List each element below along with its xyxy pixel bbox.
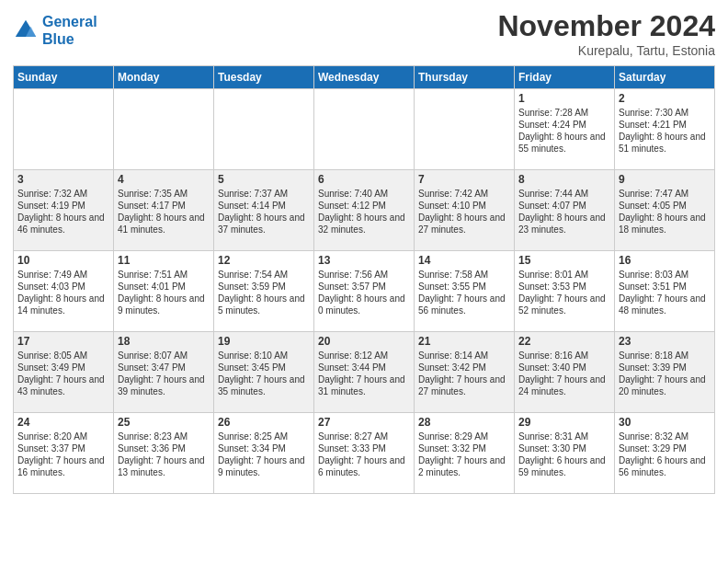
day-info: Sunrise: 8:23 AM <box>118 431 210 442</box>
table-row: 26Sunrise: 8:25 AMSunset: 3:34 PMDayligh… <box>214 413 314 494</box>
day-info: Daylight: 8 hours and 55 minutes. <box>518 131 610 155</box>
table-row: 19Sunrise: 8:10 AMSunset: 3:45 PMDayligh… <box>214 332 314 413</box>
day-info: Daylight: 8 hours and 27 minutes. <box>418 212 510 236</box>
table-row <box>214 89 314 170</box>
day-info: Sunrise: 7:30 AM <box>619 107 711 119</box>
day-number: 5 <box>218 173 310 186</box>
table-row: 22Sunrise: 8:16 AMSunset: 3:40 PMDayligh… <box>515 332 615 413</box>
day-info: Daylight: 8 hours and 51 minutes. <box>619 131 711 155</box>
day-number: 25 <box>118 416 210 429</box>
day-info: Daylight: 7 hours and 39 minutes. <box>118 373 210 397</box>
day-info: Daylight: 8 hours and 9 minutes. <box>118 293 210 316</box>
col-saturday: Saturday <box>615 66 715 89</box>
day-info: Sunrise: 8:31 AM <box>518 431 610 442</box>
day-info: Sunrise: 8:14 AM <box>418 350 510 362</box>
day-info: Sunset: 3:44 PM <box>318 362 410 373</box>
day-info: Sunrise: 7:32 AM <box>17 188 109 200</box>
day-info: Sunset: 4:03 PM <box>17 281 109 293</box>
table-row: 13Sunrise: 7:56 AMSunset: 3:57 PMDayligh… <box>314 251 415 332</box>
day-info: Sunset: 4:01 PM <box>118 281 210 293</box>
day-number: 3 <box>17 173 109 186</box>
day-info: Daylight: 8 hours and 23 minutes. <box>518 212 610 236</box>
day-info: Sunset: 3:49 PM <box>17 362 109 373</box>
calendar-week-row: 1Sunrise: 7:28 AMSunset: 4:24 PMDaylight… <box>14 89 715 170</box>
day-number: 29 <box>518 416 610 429</box>
day-number: 6 <box>318 173 410 186</box>
day-info: Sunrise: 7:51 AM <box>118 269 210 281</box>
day-number: 8 <box>518 173 610 186</box>
month-title: November 2024 <box>497 9 715 43</box>
col-monday: Monday <box>114 66 214 89</box>
day-number: 22 <box>518 335 610 348</box>
day-info: Sunset: 3:51 PM <box>619 281 711 293</box>
day-info: Daylight: 7 hours and 48 minutes. <box>619 293 711 316</box>
day-number: 27 <box>318 416 410 429</box>
header: General Blue November 2024 Kurepalu, Tar… <box>13 9 715 58</box>
day-info: Sunset: 4:21 PM <box>619 119 711 131</box>
day-info: Daylight: 7 hours and 20 minutes. <box>619 373 711 397</box>
day-info: Daylight: 7 hours and 43 minutes. <box>17 373 109 397</box>
table-row <box>114 89 214 170</box>
day-info: Sunrise: 7:54 AM <box>218 269 310 281</box>
calendar-header-row: Sunday Monday Tuesday Wednesday Thursday… <box>14 66 715 89</box>
col-thursday: Thursday <box>415 66 515 89</box>
day-info: Daylight: 7 hours and 35 minutes. <box>218 373 310 397</box>
day-info: Daylight: 7 hours and 52 minutes. <box>518 293 610 316</box>
day-info: Daylight: 7 hours and 27 minutes. <box>418 373 510 397</box>
day-info: Sunset: 3:59 PM <box>218 281 310 293</box>
day-info: Sunset: 3:40 PM <box>518 362 610 373</box>
table-row: 6Sunrise: 7:40 AMSunset: 4:12 PMDaylight… <box>314 170 415 251</box>
day-info: Daylight: 7 hours and 13 minutes. <box>118 454 210 478</box>
day-info: Daylight: 7 hours and 2 minutes. <box>418 454 510 478</box>
day-info: Daylight: 8 hours and 5 minutes. <box>218 293 310 316</box>
day-info: Daylight: 7 hours and 16 minutes. <box>17 454 109 478</box>
day-info: Daylight: 8 hours and 18 minutes. <box>619 212 711 236</box>
day-info: Daylight: 6 hours and 56 minutes. <box>619 454 711 478</box>
day-info: Sunrise: 8:16 AM <box>518 350 610 362</box>
day-info: Sunrise: 7:28 AM <box>518 107 610 119</box>
day-info: Sunset: 3:34 PM <box>218 442 310 454</box>
day-number: 15 <box>518 254 610 267</box>
table-row: 17Sunrise: 8:05 AMSunset: 3:49 PMDayligh… <box>14 332 114 413</box>
col-wednesday: Wednesday <box>314 66 415 89</box>
day-info: Sunset: 4:05 PM <box>619 200 711 212</box>
table-row: 28Sunrise: 8:29 AMSunset: 3:32 PMDayligh… <box>415 413 515 494</box>
day-info: Sunrise: 7:40 AM <box>318 188 410 200</box>
table-row: 11Sunrise: 7:51 AMSunset: 4:01 PMDayligh… <box>114 251 214 332</box>
day-info: Sunset: 4:12 PM <box>318 200 410 212</box>
day-info: Daylight: 8 hours and 32 minutes. <box>318 212 410 236</box>
day-info: Sunrise: 8:07 AM <box>118 350 210 362</box>
day-info: Sunrise: 7:42 AM <box>418 188 510 200</box>
table-row: 27Sunrise: 8:27 AMSunset: 3:33 PMDayligh… <box>314 413 415 494</box>
day-info: Sunset: 3:47 PM <box>118 362 210 373</box>
day-info: Daylight: 7 hours and 9 minutes. <box>218 454 310 478</box>
logo: General Blue <box>13 13 97 48</box>
day-number: 21 <box>418 335 510 348</box>
day-info: Sunset: 3:32 PM <box>418 442 510 454</box>
table-row: 9Sunrise: 7:47 AMSunset: 4:05 PMDaylight… <box>615 170 715 251</box>
calendar: Sunday Monday Tuesday Wednesday Thursday… <box>13 65 715 494</box>
day-info: Sunset: 3:39 PM <box>619 362 711 373</box>
day-number: 16 <box>619 254 711 267</box>
day-info: Daylight: 7 hours and 6 minutes. <box>318 454 410 478</box>
day-info: Daylight: 8 hours and 14 minutes. <box>17 293 109 316</box>
table-row: 15Sunrise: 8:01 AMSunset: 3:53 PMDayligh… <box>515 251 615 332</box>
day-info: Sunrise: 8:25 AM <box>218 431 310 442</box>
day-info: Sunset: 3:30 PM <box>518 442 610 454</box>
day-info: Sunset: 4:10 PM <box>418 200 510 212</box>
day-info: Sunset: 3:36 PM <box>118 442 210 454</box>
table-row: 10Sunrise: 7:49 AMSunset: 4:03 PMDayligh… <box>14 251 114 332</box>
col-tuesday: Tuesday <box>214 66 314 89</box>
table-row: 29Sunrise: 8:31 AMSunset: 3:30 PMDayligh… <box>515 413 615 494</box>
day-number: 10 <box>17 254 109 267</box>
day-info: Daylight: 8 hours and 37 minutes. <box>218 212 310 236</box>
table-row <box>314 89 415 170</box>
calendar-week-row: 17Sunrise: 8:05 AMSunset: 3:49 PMDayligh… <box>14 332 715 413</box>
day-number: 11 <box>118 254 210 267</box>
day-number: 30 <box>619 416 711 429</box>
day-info: Sunrise: 8:29 AM <box>418 431 510 442</box>
table-row: 30Sunrise: 8:32 AMSunset: 3:29 PMDayligh… <box>615 413 715 494</box>
day-number: 18 <box>118 335 210 348</box>
table-row: 16Sunrise: 8:03 AMSunset: 3:51 PMDayligh… <box>615 251 715 332</box>
day-info: Sunset: 4:14 PM <box>218 200 310 212</box>
